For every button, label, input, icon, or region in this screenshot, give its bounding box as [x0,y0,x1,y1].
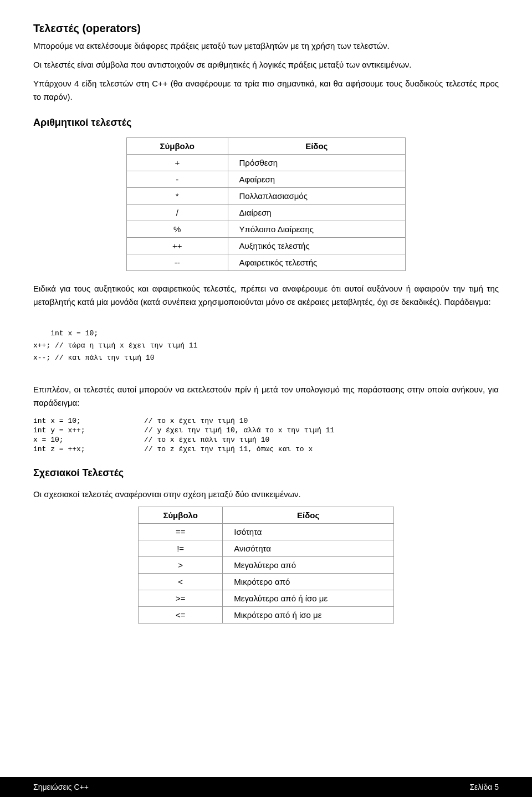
type-cell: Μικρότερο από [223,574,394,590]
code-cell: x = 10; [33,435,144,445]
symbol-cell: != [139,540,223,557]
symbol-cell: == [139,524,223,540]
symbol-cell: >= [139,590,223,607]
comment-cell: // το x έχει πάλι την τιμή 10 [144,435,499,445]
type-cell: Αφαίρεση [228,171,405,188]
symbol-cell: < [139,574,223,590]
table-row: ==Ισότητα [139,524,394,540]
arith-col2-header: Είδος [228,138,405,155]
arithmetic-title: Αριθμητικοί τελεστές [33,117,499,129]
code-example-1: int x = 10; x++; // τώρα η τιμή x έχει τ… [33,315,499,376]
table-row: >=Μεγαλύτερο από ή ίσο με [139,590,394,607]
rel-col1-header: Σύμβολο [139,507,223,524]
arith-col1-header: Σύμβολο [127,138,228,155]
symbol-cell: ++ [127,238,228,254]
comment-cell: // το z έχει την τιμή 11, όπως και το x [144,445,499,454]
type-cell: Ισότητα [223,524,394,540]
table-row: <=Μικρότερο από ή ίσο με [139,607,394,624]
page-content: Τελεστές (operators) Μπορούμε να εκτελέσ… [0,0,532,679]
type-cell: Πολλαπλασιασμός [228,188,405,205]
table-row: %Υπόλοιπο Διαίρεσης [127,221,406,238]
symbol-cell: + [127,155,228,171]
code-cell: int y = x++; [33,426,144,435]
rel-col2-header: Είδος [223,507,394,524]
table-row: !=Ανισότητα [139,540,394,557]
footer-right: Σελίδα 5 [469,783,499,791]
code-row: int y = x++;// y έχει την τιμή 10, αλλά … [33,426,499,435]
type-cell: Μικρότερο από ή ίσο με [223,607,394,624]
code-cell: int z = ++x; [33,445,144,454]
symbol-cell: / [127,205,228,221]
type-cell: Μεγαλύτερο από [223,557,394,574]
intro-p2: Οι τελεστές είναι σύμβολα που αντιστοιχο… [33,58,499,71]
symbol-cell: - [127,171,228,188]
relational-table: Σύμβολο Είδος ==Ισότητα!=Ανισότητα>Μεγαλ… [138,507,394,624]
type-cell: Πρόσθεση [228,155,405,171]
code-row: x = 10;// το x έχει πάλι την τιμή 10 [33,435,499,445]
symbol-cell: * [127,188,228,205]
table-row: --Αφαιρετικός τελεστής [127,254,406,271]
comment-cell: // y έχει την τιμή 10, αλλά το x την τιμ… [144,426,499,435]
arithmetic-table: Σύμβολο Είδος +Πρόσθεση-Αφαίρεση*Πολλαπλ… [126,137,406,271]
intro-p3: Υπάρχουν 4 είδη τελεστών στη C++ (θα ανα… [33,77,499,104]
page-title: Τελεστές (operators) [33,22,499,35]
type-cell: Αφαιρετικός τελεστής [228,254,405,271]
relational-intro: Οι σχεσιακοί τελεστές αναφέρονται στην σ… [33,488,499,501]
table-row: ++Αυξητικός τελεστής [127,238,406,254]
type-cell: Υπόλοιπο Διαίρεσης [228,221,405,238]
symbol-cell: > [139,557,223,574]
arith-note2: Επιπλέον, οι τελεστές αυτοί μπορούν να ε… [33,383,499,410]
symbol-cell: % [127,221,228,238]
table-row: /Διαίρεση [127,205,406,221]
page-footer: Σημειώσεις C++ Σελίδα 5 [0,777,532,797]
type-cell: Διαίρεση [228,205,405,221]
type-cell: Ανισότητα [223,540,394,557]
table-row: *Πολλαπλασιασμός [127,188,406,205]
arith-note: Ειδικά για τους αυξητικούς και αφαιρετικ… [33,282,499,309]
code-example-2: int x = 10;// το x έχει την τιμή 10int y… [33,416,499,454]
footer-left: Σημειώσεις C++ [33,783,89,791]
type-cell: Αυξητικός τελεστής [228,238,405,254]
table-row: -Αφαίρεση [127,171,406,188]
symbol-cell: <= [139,607,223,624]
table-row: >Μεγαλύτερο από [139,557,394,574]
intro-p1: Μπορούμε να εκτελέσουμε διάφορες πράξεις… [33,39,499,53]
code-cell: int x = 10; [33,416,144,426]
code-row: int x = 10;// το x έχει την τιμή 10 [33,416,499,426]
comment-cell: // το x έχει την τιμή 10 [144,416,499,426]
relational-title: Σχεσιακοί Τελεστές [33,467,499,479]
type-cell: Μεγαλύτερο από ή ίσο με [223,590,394,607]
symbol-cell: -- [127,254,228,271]
code-row: int z = ++x;// το z έχει την τιμή 11, όπ… [33,445,499,454]
table-row: <Μικρότερο από [139,574,394,590]
table-row: +Πρόσθεση [127,155,406,171]
